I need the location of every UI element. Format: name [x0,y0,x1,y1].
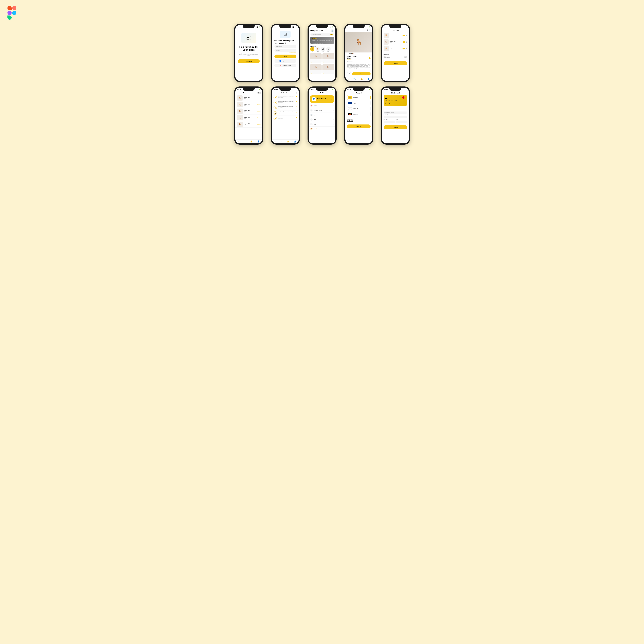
qty-count-3: 1 [403,48,405,49]
delete-cart-item-1[interactable]: 🗑 [406,35,407,36]
menu-item-cart[interactable]: 🛒 My cart › [309,113,335,117]
nav-home-6[interactable]: ⌂ [238,140,239,143]
card-number-input[interactable] [384,116,407,118]
cvv-input[interactable] [396,121,407,123]
wifi-icon-1: 🔋 [259,26,260,28]
nav-fav-7[interactable]: ♡ [280,140,282,143]
nav-notif-4[interactable]: 🔔 [360,78,363,80]
battery-icon-6: 🔋 [259,89,260,90]
payment-paypal[interactable]: P Paypal › [347,101,371,105]
get-started-button[interactable]: Get started [238,59,260,63]
menu-item-help[interactable]: ❓ Help › [309,122,335,127]
color-dot-white[interactable] [347,53,348,54]
payment-mastercard[interactable]: 💳 Master card › [347,95,371,100]
profile-options-icon[interactable]: ⋮ [332,92,334,94]
product-detail-info: Bergère Chair $25.00 1 ⭐⭐⭐⭐ 86 reviews D… [345,55,372,71]
remove-fav-4[interactable]: Remove [257,117,260,118]
color-dot-brown[interactable] [352,53,353,54]
color-dot-gray[interactable] [349,53,350,54]
remove-fav-5[interactable]: Remove [257,124,260,125]
pay-now-button[interactable]: Payange [384,125,407,129]
product-card-2[interactable]: 🪑 Bergère Chair $25.00 ⭐ 4.0 [322,53,334,63]
remove-fav-2[interactable]: Remove [257,104,260,105]
add-to-cart-button[interactable]: Add to cart [352,72,371,75]
menu-item-history[interactable]: 📋 purchasing history › [309,108,335,113]
cart-menu-icon[interactable]: ⋮ [406,30,407,31]
payment-googlepay[interactable]: G Google pay › [347,106,371,111]
menu-item-about[interactable]: ℹ About › [309,117,335,122]
about-icon: ℹ [310,118,313,121]
payment-applepay[interactable]: 🍎 Apple pay › [347,112,371,116]
delete-cart-item-3[interactable]: 🗑 [406,48,407,49]
detail-back-button[interactable]: ← [347,29,349,31]
nav-profile-7[interactable]: 👤 [294,140,296,143]
nav-fav-6[interactable]: ♡ [244,140,245,143]
share-icon[interactable]: ⬆ [367,29,368,31]
nav-notif-6[interactable]: 🔔 [250,140,252,143]
category-tables[interactable]: 🪑 Tables [316,47,320,52]
card-number-input-group: Card number [384,114,407,118]
qty-minus-3[interactable]: ○ [402,48,403,49]
nav-home-4[interactable]: ⌂ [348,78,349,80]
status-time-9: 9:43AM [347,89,351,90]
phone-4-detail: 9:43AM 🔋 ← ⬆ 🛒 🪑 [344,24,373,82]
phone-2-inner: 9:43AM ▌▌▌ 🔋 🛋 Welcome back login to you… [272,25,299,81]
status-icons-9: 🔋 [369,89,370,90]
list-view-icon[interactable]: ☰ [257,92,259,94]
wishlist-button[interactable]: ♡ [347,72,351,76]
category-beds[interactable]: 🛏 Beds [326,47,330,52]
edit-profile-button[interactable]: ✏ [331,98,332,100]
cart-item-details: Item details Price $75.00 Delivery charg… [384,53,407,60]
category-chairs[interactable]: 🪑 Chairs [310,47,314,52]
card-holder-input[interactable] [384,112,407,114]
google-icon: G [280,65,282,66]
password-input[interactable] [274,49,296,52]
grid-view-icon[interactable]: ⊞ [259,92,261,94]
notif-options-icon[interactable]: ⋮ [296,92,297,94]
search-submit-button[interactable]: → [330,34,333,35]
mc-back-button[interactable]: ← [384,92,385,94]
payment-back-button[interactable]: ← [347,92,349,94]
payment-total-section: Total amount $85.00 [347,119,371,122]
menu-item-address[interactable]: 📍 Address › [309,103,335,108]
nav-notif-7[interactable]: 🔔 [287,140,289,143]
signup-action-link[interactable]: Signup [289,68,291,69]
phone-3-wrapper: 9:43AM 🛒 🔋 Style your home 🛒 🔍 [306,24,338,82]
search-input[interactable] [314,34,329,35]
nav-profile-6[interactable]: 👤 [257,140,260,143]
nav-profile-4[interactable]: 👤 [367,78,370,80]
home-cart-button[interactable]: 🛒 [331,29,334,32]
remove-fav-1[interactable]: Remove [257,98,260,99]
nav-home-7[interactable]: ⌂ [274,140,275,143]
product-card-3[interactable]: 🪑 Bergère Chair $25.00 ⭐ 4.0 [310,64,322,74]
valid-until-input[interactable] [384,121,395,123]
product-card-1[interactable]: 🪑 Bergère Chair $25.00 ⭐ 4.0 [310,53,322,63]
login-button[interactable]: Login [274,55,296,58]
qty-minus-2[interactable]: ○ [402,42,403,42]
profile-back-button[interactable]: ← [310,92,312,94]
menu-item-logout[interactable]: 🚪 Logout [309,127,335,131]
delete-cart-item-2[interactable]: 🗑 [406,41,407,43]
notif-back-button[interactable]: ← [274,92,275,94]
notif-item-4: 🔔 Lorem ipsum dolor sit amet consectetur… [272,110,299,116]
nav-search-4[interactable]: 🔍 [353,78,356,80]
google-login-button[interactable]: G Login with google [274,64,296,67]
email-input[interactable] [274,45,296,48]
forgot-password-link[interactable]: Forgot password? [274,52,296,53]
mastercard-arrow-icon: › [369,97,369,98]
status-icons-4: 🔋 [369,26,370,28]
cart-back-button[interactable]: ← [384,29,385,31]
facebook-login-button[interactable]: f Login with facebook [274,59,296,63]
fav-back-button[interactable]: ← [237,92,239,94]
category-sofas[interactable]: 🛋 Sofas [321,47,325,52]
product-card-4[interactable]: 🪑 Bergère Chair $25.00 ⭐ 4.0 [322,64,334,74]
color-dot-dark[interactable] [350,53,352,54]
payment-options-icon[interactable]: ⋮ [369,92,371,94]
continue-button[interactable]: Continue [347,124,371,128]
detail-cart-icon[interactable]: 🛒 [369,29,371,31]
qty-minus-1[interactable]: ○ [402,35,403,36]
remove-fav-3[interactable]: Remove [257,111,260,112]
product-rating-3: ⭐ 4.0 [311,73,321,73]
card-holder-section: CARDHOLDER Andrew Joshen [385,102,393,104]
payment-button[interactable]: Payment [384,61,407,65]
